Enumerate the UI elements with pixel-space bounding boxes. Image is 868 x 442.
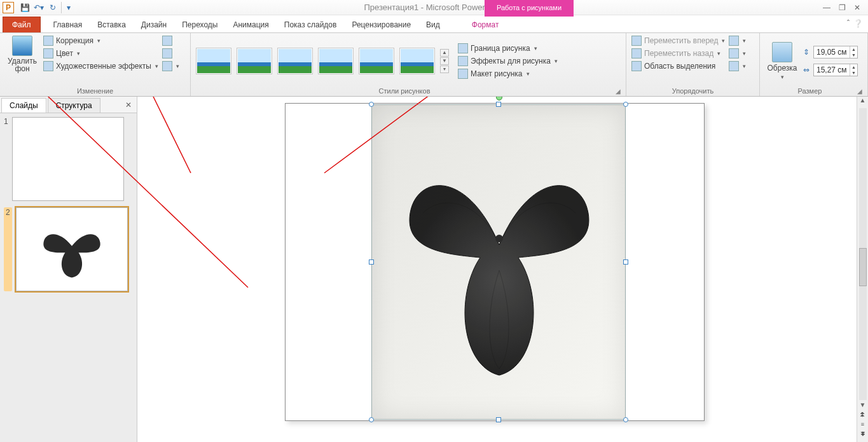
tab-review[interactable]: Рецензирование bbox=[344, 17, 418, 32]
scroll-up-icon[interactable]: ▲ bbox=[857, 97, 868, 107]
minimize-icon[interactable]: ― bbox=[821, 3, 832, 12]
scroll-down-icon[interactable]: ▼ bbox=[857, 401, 868, 411]
tab-slideshow[interactable]: Показ слайдов bbox=[277, 17, 345, 32]
send-backward-button[interactable]: Переместить назад bbox=[631, 48, 725, 59]
tab-format[interactable]: Формат bbox=[464, 17, 507, 32]
tab-design[interactable]: Дизайн bbox=[134, 17, 174, 32]
scroll-thumb[interactable] bbox=[859, 248, 867, 286]
group-label-change: Изменение bbox=[5, 86, 185, 95]
style-thumb[interactable] bbox=[399, 48, 435, 74]
style-thumb[interactable] bbox=[277, 48, 313, 74]
contextual-underline bbox=[485, 15, 574, 17]
style-thumb[interactable] bbox=[359, 48, 394, 74]
tab-insert[interactable]: Вставка bbox=[90, 17, 134, 32]
tab-slides[interactable]: Слайды bbox=[1, 98, 46, 113]
resize-handle[interactable] bbox=[369, 417, 374, 422]
close-icon[interactable]: ✕ bbox=[851, 3, 863, 12]
qat-more-icon[interactable]: ▾ bbox=[61, 2, 72, 13]
corrections-icon bbox=[43, 36, 53, 46]
app-icon: P bbox=[3, 2, 14, 13]
picture-effects-button[interactable]: Эффекты для рисунка bbox=[458, 56, 558, 66]
picture-styles-gallery[interactable]: ▲▼▾ bbox=[196, 48, 449, 74]
tab-home[interactable]: Главная bbox=[46, 17, 90, 32]
next-slide-icon[interactable]: ⯯ bbox=[858, 431, 867, 439]
nav-menu-icon[interactable]: ≡ bbox=[858, 421, 867, 430]
remove-background-button[interactable]: Удалить фон bbox=[5, 36, 39, 86]
slide-1-preview bbox=[12, 117, 124, 201]
resize-handle[interactable] bbox=[369, 102, 374, 107]
slide-thumb-2[interactable]: 2 bbox=[4, 207, 133, 291]
help-icon[interactable]: ❔ bbox=[853, 19, 863, 28]
color-button[interactable]: Цвет bbox=[43, 48, 158, 59]
selected-picture[interactable] bbox=[371, 104, 626, 420]
resize-handle[interactable] bbox=[496, 102, 501, 107]
slide-panel: Слайды Структура ✕ 1 2 bbox=[0, 97, 137, 442]
bird-image-icon bbox=[404, 143, 595, 385]
redo-icon[interactable]: ↻ bbox=[47, 2, 59, 13]
scroll-track[interactable] bbox=[859, 108, 867, 400]
selection-pane-button[interactable]: Область выделения bbox=[631, 61, 725, 71]
ribbon-tabs: Файл Главная Вставка Дизайн Переходы Ани… bbox=[0, 15, 868, 33]
color-icon bbox=[43, 48, 53, 59]
effects-icon bbox=[458, 56, 468, 66]
tab-view[interactable]: Вид bbox=[418, 17, 448, 32]
compress-pictures-button[interactable] bbox=[162, 36, 179, 46]
spin-up-icon[interactable]: ▲ bbox=[850, 46, 857, 52]
restore-icon[interactable]: ❐ bbox=[836, 3, 848, 12]
align-button[interactable] bbox=[729, 36, 746, 46]
bring-forward-button[interactable]: Переместить вперед bbox=[631, 36, 725, 46]
resize-handle[interactable] bbox=[623, 417, 628, 422]
spin-down-icon[interactable]: ▼ bbox=[850, 52, 857, 58]
vertical-scrollbar[interactable]: ▲ ▼ ⯭ ≡ ⯯ bbox=[857, 97, 868, 442]
spin-up-icon[interactable]: ▲ bbox=[850, 64, 857, 70]
picture-layout-button[interactable]: Макет рисунка bbox=[458, 69, 558, 79]
gallery-scroll[interactable]: ▲▼▾ bbox=[440, 49, 449, 73]
crop-button[interactable]: Обрезка ▾ bbox=[765, 42, 799, 80]
group-button[interactable] bbox=[729, 48, 746, 59]
style-thumb[interactable] bbox=[318, 48, 354, 74]
tab-animations[interactable]: Анимация bbox=[225, 17, 276, 32]
title-bar: P 💾 ↶▾ ↻ ▾ Презентация1 - Microsoft Powe… bbox=[0, 0, 868, 15]
tab-file[interactable]: Файл bbox=[3, 17, 41, 32]
styles-launcher-icon[interactable]: ◢ bbox=[613, 88, 621, 95]
rotate-handle[interactable] bbox=[496, 97, 502, 100]
slide-editor[interactable] bbox=[137, 97, 857, 442]
artistic-effects-button[interactable]: Художественные эффекты bbox=[43, 61, 158, 71]
height-input[interactable]: 19,05 см▲▼ bbox=[813, 46, 858, 59]
resize-handle[interactable] bbox=[623, 102, 628, 107]
reset-picture-icon bbox=[162, 61, 172, 71]
prev-slide-icon[interactable]: ⯭ bbox=[858, 411, 867, 420]
bring-forward-icon bbox=[631, 36, 642, 46]
ribbon: Удалить фон Коррекция Цвет Художественны… bbox=[0, 33, 868, 97]
change-picture-icon bbox=[162, 48, 172, 59]
contextual-tab-label: Работа с рисунками bbox=[485, 0, 574, 15]
compress-icon bbox=[162, 36, 172, 46]
layout-icon bbox=[458, 69, 468, 79]
undo-icon[interactable]: ↶▾ bbox=[33, 2, 45, 13]
corrections-button[interactable]: Коррекция bbox=[43, 36, 158, 46]
change-picture-button[interactable] bbox=[162, 48, 179, 59]
tab-outline[interactable]: Структура bbox=[48, 98, 100, 113]
panel-close-icon[interactable]: ✕ bbox=[120, 100, 137, 109]
rotate-button[interactable] bbox=[729, 61, 746, 71]
save-icon[interactable]: 💾 bbox=[19, 2, 31, 13]
slide-thumb-1[interactable]: 1 bbox=[4, 117, 133, 201]
spin-down-icon[interactable]: ▼ bbox=[850, 70, 857, 76]
window-title: Презентация1 - Microsoft PowerPoint bbox=[364, 3, 504, 12]
reset-picture-button[interactable] bbox=[162, 61, 179, 71]
align-icon bbox=[729, 36, 739, 46]
style-thumb[interactable] bbox=[237, 48, 272, 74]
border-icon bbox=[458, 43, 468, 53]
resize-handle[interactable] bbox=[496, 417, 501, 422]
remove-background-icon bbox=[12, 36, 32, 56]
picture-border-button[interactable]: Граница рисунка bbox=[458, 43, 558, 53]
style-thumb[interactable] bbox=[196, 48, 231, 74]
resize-handle[interactable] bbox=[369, 259, 374, 265]
size-launcher-icon[interactable]: ◢ bbox=[855, 88, 862, 95]
ribbon-minimize-icon[interactable]: ˆ bbox=[847, 19, 850, 28]
group-label-size: Размер bbox=[765, 86, 855, 95]
resize-handle[interactable] bbox=[623, 259, 628, 265]
group-label-arrange: Упорядочить bbox=[631, 86, 754, 95]
tab-transitions[interactable]: Переходы bbox=[174, 17, 225, 32]
width-input[interactable]: 15,27 см▲▼ bbox=[813, 64, 858, 76]
